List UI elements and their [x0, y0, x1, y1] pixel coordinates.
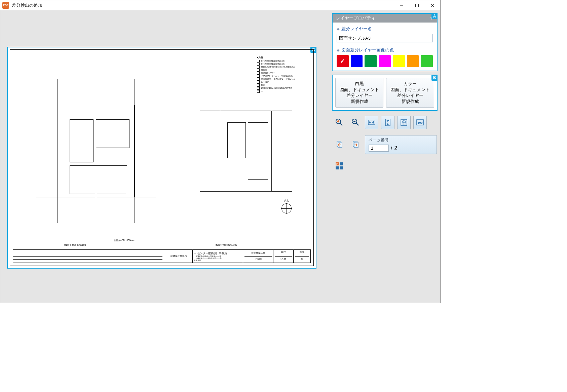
plan1-caption: ■1階平面図 S=1/100	[64, 243, 86, 247]
window-controls	[394, 0, 440, 10]
zoom-out-button[interactable]	[349, 116, 362, 129]
color-swatch[interactable]	[365, 55, 377, 67]
app-window: PDF 差分検出の追加 C ■凡例 住宅用防災機器(壁式基礎)住宅用防災機器(壁…	[0, 0, 441, 303]
panel-header-title: レイヤープロパティ	[336, 15, 375, 21]
layer-color-label: ◆ 図面差分レイヤー画像の色	[337, 47, 433, 53]
floor-plan-1: ■1階平面図 S=1/100	[17, 56, 175, 245]
zoom-in-button[interactable]	[333, 116, 346, 129]
compass: 真北	[280, 202, 293, 215]
svg-rect-1	[416, 4, 419, 7]
page-nav: ページ番号 / 2	[332, 134, 438, 155]
svg-rect-21	[340, 166, 343, 169]
tb-scale-label: 縮尺	[281, 250, 286, 256]
layer-properties-panel: A レイヤープロパティ ▼ ◆ 差分レイヤー名 ◆ 図面差分レイヤー画像の色	[332, 13, 438, 71]
color-swatch[interactable]	[351, 55, 363, 67]
annotation-badge-a: A	[431, 13, 438, 19]
close-button[interactable]	[425, 0, 440, 10]
diamond-icon: ◆	[337, 27, 339, 31]
layer-name-input[interactable]	[337, 34, 433, 42]
app-body: C ■凡例 住宅用防災機器(壁式基礎)住宅用防災機器(壁式基礎)検査個所(中間検…	[0, 10, 440, 303]
color-swatch[interactable]	[379, 55, 391, 67]
page-total: 2	[394, 145, 397, 151]
color-swatches	[337, 55, 433, 67]
document-page: C ■凡例 住宅用防災機器(壁式基礎)住宅用防災機器(壁式基礎)検査個所(中間検…	[7, 47, 316, 269]
panel-header[interactable]: レイヤープロパティ ▼	[333, 14, 437, 23]
tb-drawing: 平面図	[244, 256, 272, 262]
page-border: ■凡例 住宅用防災機器(壁式基礎)住宅用防災機器(壁式基礎)検査個所(中間検査に…	[10, 49, 314, 266]
color-swatch[interactable]	[407, 55, 419, 67]
floor-plan-2: ■2階平面図 S=1/100 真北	[185, 56, 307, 245]
page-number-label: ページ番号	[369, 138, 433, 143]
compass-label: 真北	[280, 199, 293, 202]
titleblock: 一級建築士事務所 ○○センター建築設計事務所 ・都道府県-事務所○○登録第○○○…	[13, 249, 311, 263]
color-swatch[interactable]	[337, 55, 349, 67]
canvas-area[interactable]: C ■凡例 住宅用防災機器(壁式基礎)住宅用防災機器(壁式基礎)検査個所(中間検…	[0, 10, 329, 303]
svg-line-5	[340, 123, 342, 125]
color-swatch[interactable]	[393, 55, 405, 67]
svg-rect-20	[336, 166, 339, 169]
annotation-badge-b: B	[431, 75, 438, 81]
svg-text:100: 100	[417, 121, 422, 124]
tb-scale-value: 1/100	[275, 256, 292, 262]
fit-page-button[interactable]	[397, 116, 411, 129]
prev-page-button[interactable]	[333, 138, 346, 151]
color-swatch[interactable]	[421, 55, 433, 67]
drawings: ■1階平面図 S=1/100	[17, 56, 307, 245]
thumbnail-view-button[interactable]	[333, 160, 346, 173]
tb-office-label: 一級建築士事務所	[162, 250, 193, 263]
maximize-button[interactable]	[409, 0, 425, 10]
create-layer-panel: B 白黒 図面、ドキュメント 差分レイヤー 新規作成 カラー 図面、ドキュメント…	[332, 75, 438, 111]
fit-height-button[interactable]	[381, 116, 394, 129]
zoom-tools: 100	[332, 114, 438, 130]
layer-name-label: ◆ 差分レイヤー名	[337, 26, 433, 32]
page-separator: /	[391, 145, 392, 151]
tb-sheet-label: 図面	[300, 250, 304, 256]
page-number-input[interactable]	[369, 145, 389, 152]
svg-line-9	[356, 123, 358, 125]
window-title: 差分検出の追加	[12, 2, 42, 8]
ground-note: 地盤面=BM+300mm	[113, 239, 135, 242]
plan2-caption: ■2階平面図 S=1/100	[216, 243, 237, 247]
tb-office-name: ○○センター建築設計事務所 ・都道府県-事務所○○登録第○○○○号 ・一級建築士…	[193, 250, 243, 263]
next-page-button[interactable]	[349, 138, 362, 151]
tb-sheet-value: 04	[295, 256, 309, 262]
sidebar: A レイヤープロパティ ▼ ◆ 差分レイヤー名 ◆ 図面差分レイヤー画像の色	[329, 10, 440, 303]
svg-rect-22	[340, 162, 343, 165]
zoom-100-button[interactable]: 100	[413, 116, 427, 129]
titlebar: PDF 差分検出の追加	[0, 0, 440, 10]
app-icon: PDF	[2, 2, 9, 9]
create-bw-layer-button[interactable]: 白黒 図面、ドキュメント 差分レイヤー 新規作成	[335, 78, 383, 108]
thumbnail-tools	[332, 159, 438, 175]
minimize-button[interactable]	[394, 0, 409, 10]
diamond-icon: ◆	[337, 48, 339, 52]
create-color-layer-button[interactable]: カラー 図面、ドキュメント 差分レイヤー 新規作成	[386, 78, 434, 108]
page-number-box: ページ番号 / 2	[365, 135, 437, 154]
fit-width-button[interactable]	[365, 116, 378, 129]
tb-project: 住宅新築工事	[251, 250, 265, 256]
